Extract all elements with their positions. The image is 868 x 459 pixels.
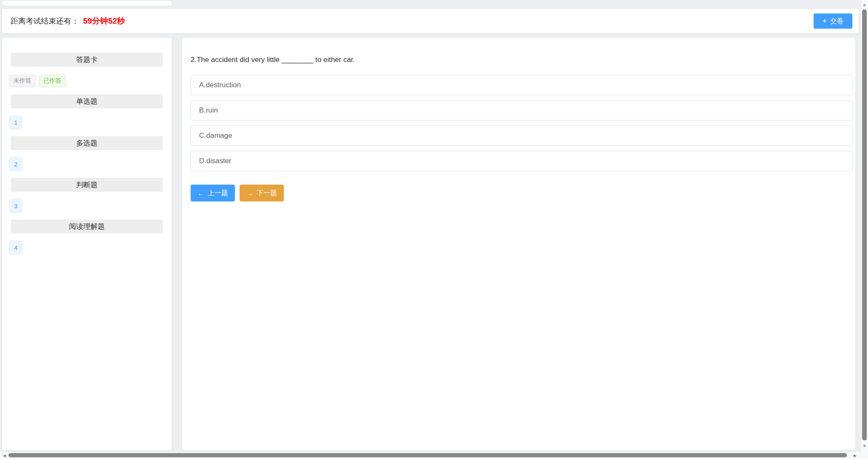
prev-button-label: 上一题 [208,189,228,198]
section-header-judgment: 判断题 [11,178,163,192]
section-header-multiple-choice: 多选题 [11,136,163,150]
exam-page: 距离考试结束还有： 59分钟52秒 + 交卷 答题卡 未作答 已作答 单选题 1… [0,0,868,459]
tag-unanswered: 未作答 [9,75,36,87]
right-arrow-icon: → [247,190,253,196]
scroll-up-icon[interactable]: ▲ [861,1,868,8]
question-panel: 2.The accident did very little ________ … [182,38,855,450]
submit-button-label: 交卷 [830,17,844,26]
options-list: A.destruction B.ruin C.damage D.disaster [182,75,855,171]
topbar: 距离考试结束还有： 59分钟52秒 + 交卷 [2,9,859,33]
legend-row: 未作答 已作答 [9,75,172,87]
option-c[interactable]: C.damage [191,126,853,146]
scrolled-card-sliver [2,1,172,6]
option-b[interactable]: B.ruin [191,100,853,121]
question-2-button[interactable]: 2 [9,157,22,171]
option-d[interactable]: D.disaster [191,151,853,171]
scroll-right-icon[interactable]: ▶ [852,452,859,459]
exam-timer-value: 59分钟52秒 [83,16,125,27]
scroll-down-icon[interactable]: ▼ [861,442,868,449]
next-question-button[interactable]: → 下一题 [240,185,284,201]
plus-icon: + [822,17,827,25]
section-header-reading-comprehension: 阅读理解题 [11,220,163,234]
tag-answered: 已作答 [39,75,66,87]
question-4-button[interactable]: 4 [9,241,22,255]
exam-timer-label: 距离考试结束还有： [11,16,79,26]
prev-question-button[interactable]: ← 上一题 [191,185,235,201]
question-row-judgment: 3 [9,199,172,213]
next-button-label: 下一题 [257,189,277,198]
vertical-scroll-thumb[interactable] [862,9,867,440]
left-arrow-icon: ← [198,190,204,196]
horizontal-scrollbar[interactable]: ◀ ▶ [0,452,868,459]
question-text: 2.The accident did very little ________ … [191,55,847,65]
scroll-left-icon[interactable]: ◀ [1,452,8,459]
question-3-button[interactable]: 3 [9,199,22,213]
submit-exam-button[interactable]: + 交卷 [814,13,852,29]
answer-card-title: 答题卡 [11,53,163,67]
option-a[interactable]: A.destruction [191,75,853,95]
question-row-reading-comprehension: 4 [9,241,172,255]
question-row-single-choice: 1 [9,115,172,129]
question-row-multiple-choice: 2 [9,157,172,171]
section-header-single-choice: 单选题 [11,94,163,108]
vertical-scrollbar[interactable]: ▲ ▼ [861,0,868,452]
horizontal-scroll-thumb[interactable] [8,453,847,457]
question-nav: ← 上一题 → 下一题 [191,185,855,201]
answer-card-panel: 答题卡 未作答 已作答 单选题 1 多选题 2 判断题 3 阅读理解题 4 [2,38,172,450]
question-1-button[interactable]: 1 [9,115,22,129]
